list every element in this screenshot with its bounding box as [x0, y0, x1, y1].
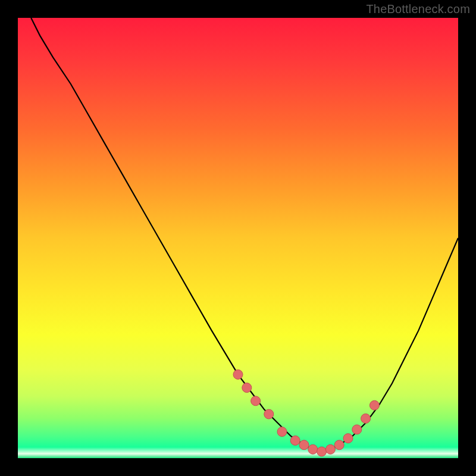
marker-point: [251, 396, 261, 406]
highlighted-points: [233, 369, 379, 456]
marker-point: [308, 444, 318, 454]
marker-point: [299, 440, 309, 450]
chart-stage: TheBottleneck.com: [0, 0, 476, 476]
marker-point: [264, 409, 274, 419]
marker-point: [343, 434, 353, 443]
marker-point: [242, 383, 252, 393]
plot-area: [18, 18, 458, 458]
marker-point: [277, 427, 287, 437]
watermark-text: TheBottleneck.com: [366, 2, 470, 16]
marker-point: [290, 436, 300, 445]
marker-point: [369, 400, 379, 410]
marker-point: [317, 447, 327, 456]
curve-layer: [18, 18, 458, 458]
marker-point: [334, 440, 344, 450]
marker-point: [361, 414, 371, 423]
marker-point: [325, 444, 335, 454]
marker-point: [233, 369, 243, 379]
marker-point: [352, 425, 362, 434]
